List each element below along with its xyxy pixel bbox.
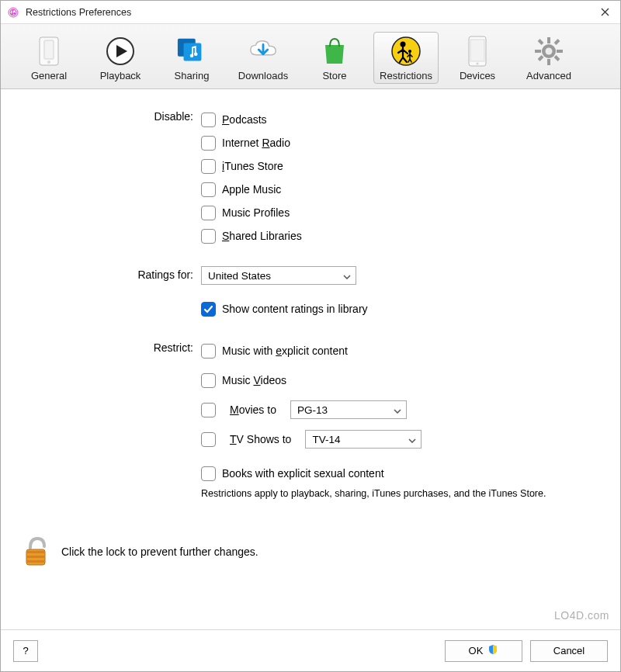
checkbox-internet-radio[interactable] — [201, 136, 216, 151]
restrictions-icon — [390, 36, 422, 67]
general-icon — [33, 36, 64, 67]
checkbox-movies[interactable] — [201, 403, 216, 417]
svg-rect-31 — [26, 560, 45, 563]
movies-rating-dropdown[interactable]: PG-13 — [290, 400, 407, 419]
checkbox-show-ratings[interactable] — [201, 302, 216, 317]
devices-icon — [462, 36, 493, 67]
tab-sharing[interactable]: Sharing — [159, 32, 224, 84]
dropdown-value: PG-13 — [297, 404, 384, 416]
svg-rect-25 — [554, 39, 560, 45]
tab-label: Playback — [100, 70, 141, 81]
advanced-icon — [533, 36, 564, 67]
checkbox-music-profiles[interactable] — [201, 206, 216, 220]
checkbox-itunes-store[interactable] — [201, 159, 216, 174]
svg-point-17 — [476, 62, 478, 64]
checkbox-tv-shows[interactable] — [201, 432, 216, 447]
tv-rating-dropdown[interactable]: TV-14 — [305, 430, 422, 449]
checkbox-explicit-music[interactable] — [201, 344, 216, 359]
tab-downloads[interactable]: Downloads — [231, 32, 296, 84]
svg-rect-22 — [557, 50, 563, 53]
tab-label: General — [31, 70, 67, 81]
checkbox-label: Books with explicit sexual content — [222, 467, 384, 480]
restrict-note: Restrictions apply to playback, sharing,… — [201, 485, 598, 499]
restrict-section: Restrict: Music with explicit content Mu… — [23, 339, 598, 499]
svg-point-3 — [13, 12, 15, 14]
checkbox-label: Show content ratings in library — [222, 303, 368, 315]
checkbox-label: Music Videos — [222, 374, 286, 386]
checkbox-label: Apple Music — [222, 183, 281, 196]
content-area: Disable: Podcasts Internet Radio iTunes … — [1, 89, 620, 629]
tab-label: Advanced — [526, 70, 571, 81]
chevron-down-icon — [408, 434, 416, 445]
tab-devices[interactable]: Devices — [445, 32, 510, 84]
ratings-country-dropdown[interactable]: United States — [201, 266, 356, 285]
checkbox-label: TV Shows to — [230, 433, 291, 445]
lock-text: Click the lock to prevent further change… — [61, 546, 258, 558]
checkbox-label: Internet Radio — [222, 137, 290, 149]
close-icon — [601, 8, 609, 16]
preferences-window: Restrictions Preferences General — [0, 0, 621, 672]
svg-rect-29 — [26, 551, 45, 553]
svg-point-27 — [546, 48, 553, 55]
svg-rect-19 — [547, 37, 550, 43]
tab-playback[interactable]: Playback — [88, 32, 153, 84]
checkbox-label: Music Profiles — [222, 206, 290, 219]
dropdown-value: United States — [208, 270, 334, 282]
svg-rect-24 — [554, 55, 560, 61]
checkbox-label: Podcasts — [222, 113, 267, 126]
app-icon — [7, 6, 19, 19]
cancel-button[interactable]: Cancel — [530, 640, 608, 662]
checkbox-label: Shared Libraries — [222, 230, 302, 242]
ratings-label: Ratings for: — [23, 266, 201, 281]
disable-label: Disable: — [23, 108, 201, 123]
lock-area: Click the lock to prevent further change… — [23, 535, 598, 569]
downloads-icon — [248, 36, 279, 67]
tab-label: Downloads — [238, 70, 288, 81]
ratings-section: Ratings for: United States — [23, 266, 598, 285]
checkbox-books-explicit[interactable] — [201, 466, 216, 481]
window-title: Restrictions Preferences — [26, 7, 595, 18]
svg-point-2 — [11, 12, 12, 14]
shield-icon — [487, 644, 498, 657]
tab-label: Restrictions — [380, 70, 432, 81]
tab-advanced[interactable]: Advanced — [516, 32, 581, 84]
svg-point-6 — [47, 61, 50, 64]
restrict-label: Restrict: — [23, 339, 201, 354]
preferences-toolbar: General Playback Sharing — [1, 24, 620, 89]
svg-rect-26 — [538, 55, 544, 61]
store-icon — [319, 36, 350, 67]
checkbox-music-videos[interactable] — [201, 373, 216, 388]
playback-icon — [105, 36, 136, 67]
svg-rect-16 — [470, 40, 484, 61]
chevron-down-icon — [394, 404, 401, 416]
close-button[interactable] — [595, 3, 614, 22]
sharing-icon — [176, 36, 207, 67]
checkbox-podcasts[interactable] — [201, 113, 216, 127]
checkbox-shared-libraries[interactable] — [201, 229, 216, 244]
dropdown-value: TV-14 — [312, 434, 399, 445]
tab-store[interactable]: Store — [302, 32, 367, 84]
footer: ? OK Cancel — [1, 629, 620, 671]
checkbox-label: iTunes Store — [222, 160, 283, 172]
tab-label: Sharing — [175, 70, 210, 81]
chevron-down-icon — [343, 270, 351, 282]
svg-rect-20 — [547, 59, 550, 65]
tab-general[interactable]: General — [16, 32, 82, 84]
svg-point-10 — [190, 54, 194, 57]
disable-section: Disable: Podcasts Internet Radio iTunes … — [23, 108, 598, 248]
svg-point-11 — [194, 53, 198, 57]
svg-rect-21 — [535, 50, 541, 53]
checkbox-apple-music[interactable] — [201, 182, 216, 197]
checkbox-label: Movies to — [230, 404, 276, 416]
tab-label: Store — [322, 70, 346, 81]
svg-rect-23 — [538, 39, 544, 45]
help-button[interactable]: ? — [13, 640, 38, 662]
ok-button[interactable]: OK — [445, 640, 522, 662]
tab-label: Devices — [460, 70, 495, 81]
checkbox-label: Music with explicit content — [222, 345, 348, 357]
tab-restrictions[interactable]: Restrictions — [373, 32, 439, 84]
lock-icon[interactable] — [23, 535, 50, 569]
svg-rect-5 — [44, 40, 54, 59]
titlebar: Restrictions Preferences — [1, 1, 620, 24]
svg-rect-30 — [26, 556, 45, 558]
